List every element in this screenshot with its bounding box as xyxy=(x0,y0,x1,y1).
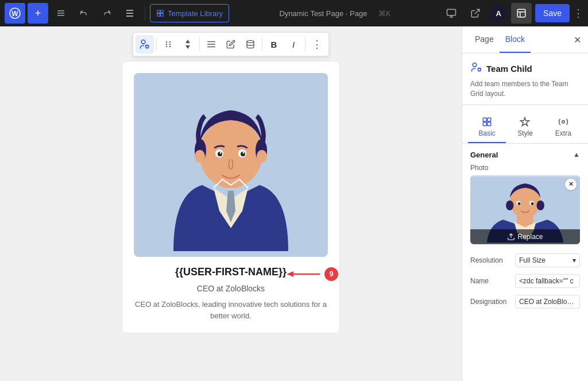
team-child-icon xyxy=(470,61,482,76)
photo-label: Photo xyxy=(462,164,588,175)
svg-rect-9 xyxy=(447,9,456,16)
general-section-header[interactable]: General ▲ xyxy=(462,144,588,164)
block-more-button[interactable]: ⋮ xyxy=(308,35,326,53)
svg-rect-13 xyxy=(517,9,525,17)
svg-point-53 xyxy=(537,200,544,210)
svg-rect-4 xyxy=(126,16,133,17)
svg-point-18 xyxy=(166,41,167,43)
tools-button[interactable] xyxy=(51,3,71,24)
block-type-button[interactable] xyxy=(136,35,154,53)
sub-tab-style[interactable]: Style xyxy=(506,112,544,143)
photo-close-button[interactable]: ✕ xyxy=(565,179,577,190)
more-options-button[interactable]: ⋮ xyxy=(573,7,583,20)
name-field-row: Name <zdc fallback="" c xyxy=(462,271,588,291)
resolution-select[interactable]: Full Size ▾ xyxy=(515,253,580,267)
layout-button[interactable] xyxy=(511,3,532,24)
undo-button[interactable] xyxy=(74,3,94,24)
designation-label: Designation xyxy=(470,298,510,306)
extra-tab-label: Extra xyxy=(555,129,571,137)
svg-point-27 xyxy=(247,40,254,43)
svg-rect-2 xyxy=(126,10,133,11)
svg-rect-3 xyxy=(126,13,133,14)
sub-tabs: Basic Style Extra xyxy=(462,105,588,144)
badge-9: 9 xyxy=(324,267,338,281)
svg-point-43 xyxy=(473,63,477,67)
edit-button[interactable] xyxy=(222,35,240,53)
database-button[interactable] xyxy=(241,35,260,53)
astra-logo[interactable]: A xyxy=(489,4,508,22)
block-toolbar: B I ⋮ xyxy=(133,32,329,56)
collapse-icon: ▲ xyxy=(573,151,580,159)
card-description: CEO at ZoloBlocks, leading innovative te… xyxy=(134,299,328,321)
page-title: Dynamic Test Page xyxy=(279,9,343,18)
close-panel-button[interactable]: ✕ xyxy=(574,34,581,45)
svg-text:W: W xyxy=(11,10,18,18)
svg-point-58 xyxy=(531,202,534,205)
editor-area: B I ⋮ xyxy=(0,26,462,381)
svg-point-19 xyxy=(169,41,171,43)
tab-block[interactable]: Block xyxy=(500,26,531,53)
card-name: {{USER-FIRST-NAME}} xyxy=(175,266,287,278)
resolution-field-row: Resolution Full Size ▾ xyxy=(462,250,588,271)
italic-button[interactable]: I xyxy=(284,35,303,53)
drag-handle-button[interactable] xyxy=(159,35,177,53)
style-icon xyxy=(520,117,530,127)
top-bar: W + Template Library Dynamic Test Page ·… xyxy=(0,0,588,26)
svg-rect-46 xyxy=(488,118,491,121)
right-toolbar: A Save ⋮ xyxy=(441,3,583,24)
wp-logo[interactable]: W xyxy=(5,3,25,24)
panel-block-info: Team Child Add team members to the Team … xyxy=(462,53,588,105)
svg-point-16 xyxy=(141,40,145,44)
designation-input[interactable]: CEO at ZoloBlocks xyxy=(515,295,580,309)
list-view-button[interactable] xyxy=(119,3,140,24)
add-block-button[interactable]: + xyxy=(28,3,48,24)
external-link-button[interactable] xyxy=(465,3,486,24)
tab-page[interactable]: Page xyxy=(469,26,500,53)
name-input[interactable]: <zdc fallback="" c xyxy=(515,274,580,288)
desktop-view-button[interactable] xyxy=(441,3,462,24)
page-title-area: Dynamic Test Page · Page ⌘K xyxy=(231,9,439,18)
template-library-label: Template Library xyxy=(168,9,223,18)
svg-point-52 xyxy=(506,200,513,210)
resolution-label: Resolution xyxy=(470,256,510,264)
svg-line-12 xyxy=(475,9,479,14)
svg-point-20 xyxy=(166,44,167,45)
extra-icon xyxy=(558,117,568,127)
save-button[interactable]: Save xyxy=(535,4,570,22)
block-description: Add team members to the Team Grid layout… xyxy=(470,79,580,99)
avatar-illustration xyxy=(156,79,305,251)
svg-rect-45 xyxy=(483,118,486,121)
photo-preview: ✕ Replace xyxy=(470,175,580,244)
designation-field-row: Designation CEO at ZoloBlocks xyxy=(462,291,588,312)
svg-rect-6 xyxy=(161,10,164,13)
card-title: CEO at ZoloBlocks xyxy=(134,284,328,293)
svg-point-21 xyxy=(169,44,171,45)
panel-tabs: Page Block ✕ xyxy=(462,26,588,53)
svg-marker-42 xyxy=(287,271,293,277)
basic-icon xyxy=(482,117,492,127)
sub-tab-extra[interactable]: Extra xyxy=(544,112,582,143)
replace-icon xyxy=(507,233,515,241)
svg-point-39 xyxy=(220,152,222,154)
block-title: Team Child xyxy=(486,64,532,74)
svg-rect-47 xyxy=(483,122,486,125)
replace-photo-button[interactable]: Replace xyxy=(470,229,580,244)
svg-point-49 xyxy=(562,120,565,123)
right-panel: Page Block ✕ Team Child Add team members… xyxy=(462,26,588,381)
basic-tab-label: Basic xyxy=(478,129,495,137)
move-up-down-button[interactable] xyxy=(179,35,197,53)
style-tab-label: Style xyxy=(517,129,533,137)
redo-button[interactable] xyxy=(96,3,117,24)
page-subtitle: Page xyxy=(350,9,367,18)
svg-point-57 xyxy=(518,202,521,205)
template-library-button[interactable]: Template Library xyxy=(150,4,229,22)
section-title: General xyxy=(470,151,498,159)
team-card: {{USER-FIRST-NAME}} 9 CEO at ZoloBlocks … xyxy=(122,61,340,333)
svg-rect-7 xyxy=(157,14,160,17)
sub-tab-basic[interactable]: Basic xyxy=(468,112,506,143)
align-button[interactable] xyxy=(202,35,220,53)
svg-point-40 xyxy=(243,152,245,154)
bold-button[interactable]: B xyxy=(265,35,283,53)
name-label: Name xyxy=(470,277,510,285)
svg-point-23 xyxy=(169,46,171,47)
